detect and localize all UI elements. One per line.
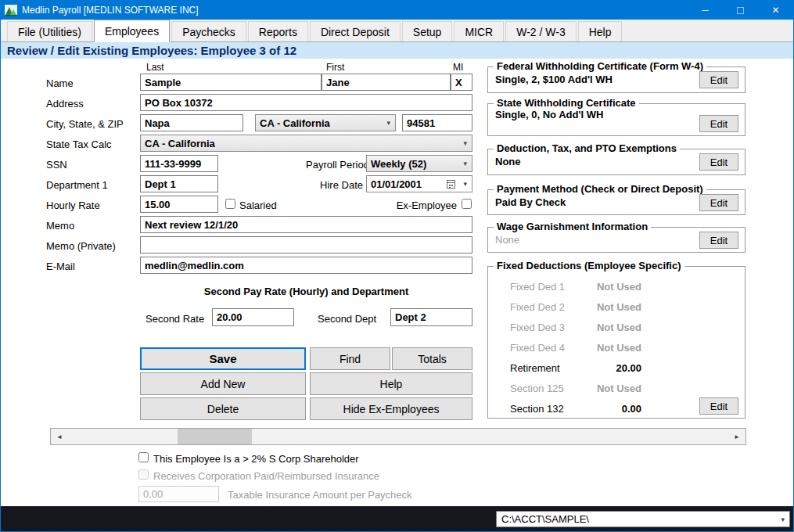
fixed-deduction-row: Fixed Ded 1 Not Used [510, 281, 641, 293]
s-corp-shareholder-label[interactable]: This Employee Is a > 2% S Corp Sharehold… [153, 453, 359, 465]
insurance-amount-label: Taxable Insurance Amount per Paycheck [228, 489, 412, 501]
minimize-icon: ─ [702, 5, 709, 16]
federal-withholding-value: Single, 2, $100 Add'l WH [495, 74, 613, 85]
tab-help[interactable]: Help [578, 21, 623, 41]
payroll-period-value: Weekly (52) [371, 158, 426, 170]
horizontal-scrollbar[interactable]: ◄ ► [50, 428, 746, 445]
second-rate-label: Second Rate [146, 313, 204, 325]
address-input[interactable] [140, 94, 472, 111]
tab-micr[interactable]: MICR [454, 21, 504, 41]
tab-file-utilities[interactable]: File (Utilities) [7, 21, 92, 41]
federal-withholding-edit-button[interactable]: Edit [699, 71, 738, 88]
middle-initial-input[interactable] [451, 74, 472, 91]
ssn-input[interactable] [140, 155, 218, 172]
state-withholding-group: State Withholding Certificate Single, 0,… [487, 103, 745, 136]
fixed-ded-2-label: Fixed Ded 2 [510, 301, 565, 313]
chevron-down-icon: ▾ [386, 119, 390, 127]
save-button[interactable]: Save [140, 347, 306, 370]
app-window: Medlin Payroll [MEDLIN SOFTWARE INC] ─ ✕… [0, 0, 794, 532]
second-dept-label: Second Dept [318, 313, 376, 325]
hire-date-input[interactable]: 01/01/2001 ▾ [366, 175, 472, 192]
scrollbar-track[interactable] [68, 429, 728, 444]
hourly-rate-input[interactable] [140, 196, 218, 213]
last-name-input[interactable] [140, 74, 322, 91]
name-label: Name [46, 77, 74, 89]
app-icon [5, 4, 17, 16]
page-title: Review / Edit Existing Employees: Employ… [7, 44, 296, 57]
state-withholding-edit-button[interactable]: Edit [699, 115, 738, 132]
fixed-deductions-group: Fixed Deductions (Employee Specific) Fix… [487, 266, 745, 419]
email-input[interactable] [140, 257, 472, 274]
state-withholding-value: Single, 0, No Add'l WH [495, 109, 603, 120]
city-state-zip-label: City, State, & ZIP [46, 118, 124, 130]
state-tax-calc-value: CA - California [145, 138, 215, 149]
state-withholding-title: State Withholding Certificate [494, 97, 639, 109]
scrollbar-thumb[interactable] [178, 429, 252, 444]
calendar-icon [447, 180, 455, 189]
first-name-input[interactable] [322, 74, 451, 91]
exemptions-title: Deduction, Tax, and PTO Exemptions [494, 142, 680, 154]
maximize-icon [737, 7, 744, 14]
tab-bar: File (Utilities) Employees Paychecks Rep… [1, 20, 793, 42]
help-button[interactable]: Help [310, 372, 472, 395]
fixed-deduction-row: Fixed Ded 3 Not Used [510, 322, 641, 333]
scroll-right-arrow-icon[interactable]: ► [728, 429, 745, 444]
zip-input[interactable] [402, 114, 472, 131]
fixed-deduction-row: Section 125 Not Used [510, 383, 641, 394]
titlebar: Medlin Payroll [MEDLIN SOFTWARE INC] ─ ✕ [1, 1, 793, 20]
last-column-label: Last [146, 62, 164, 73]
totals-button[interactable]: Totals [392, 347, 472, 370]
tab-setup[interactable]: Setup [402, 21, 453, 41]
data-path-combobox[interactable]: C:\ACCT\SAMPLE\ ▾ [496, 511, 790, 527]
maximize-button[interactable] [723, 1, 758, 20]
ex-employee-label[interactable]: Ex-Employee [392, 200, 457, 211]
tab-w2-w3[interactable]: W-2 / W-3 [505, 21, 577, 41]
payment-method-edit-button[interactable]: Edit [699, 194, 738, 211]
close-button[interactable]: ✕ [758, 1, 793, 20]
tab-employees[interactable]: Employees [94, 20, 170, 42]
hourly-rate-label: Hourly Rate [46, 200, 100, 211]
hide-ex-employees-button[interactable]: Hide Ex-Employees [310, 397, 472, 420]
exemptions-edit-button[interactable]: Edit [699, 153, 738, 171]
chevron-down-icon: ▾ [463, 139, 467, 147]
tab-paychecks[interactable]: Paychecks [171, 21, 246, 41]
city-input[interactable] [140, 114, 243, 131]
department1-input[interactable] [140, 175, 218, 192]
memo-input[interactable] [140, 216, 472, 233]
s-corp-shareholder-checkbox[interactable] [138, 452, 149, 462]
first-column-label: First [326, 62, 344, 73]
second-dept-input[interactable] [390, 308, 472, 326]
insurance-checkbox[interactable] [138, 469, 149, 480]
salaried-checkbox[interactable] [225, 199, 235, 209]
ex-employee-checkbox[interactable] [462, 199, 472, 209]
email-label: E-Mail [46, 261, 75, 272]
minimize-button[interactable]: ─ [688, 1, 723, 20]
tab-direct-deposit[interactable]: Direct Deposit [310, 21, 401, 41]
payroll-period-dropdown[interactable]: Weekly (52) ▾ [366, 155, 472, 172]
salaried-label[interactable]: Salaried [239, 200, 277, 211]
section-132-value: 0.00 [622, 403, 641, 415]
payment-method-title: Payment Method (Check or Direct Deposit) [494, 183, 706, 195]
payment-method-value: Paid By Check [495, 196, 566, 208]
address-label: Address [46, 98, 84, 110]
insurance-amount-input[interactable] [138, 486, 219, 502]
tab-reports[interactable]: Reports [248, 21, 308, 41]
second-rate-input[interactable] [212, 308, 294, 326]
memo-private-input[interactable] [140, 236, 472, 253]
fixed-ded-3-label: Fixed Ded 3 [510, 322, 565, 333]
exemptions-group: Deduction, Tax, and PTO Exemptions None … [487, 149, 745, 175]
fixed-deductions-title: Fixed Deductions (Employee Specific) [494, 260, 684, 271]
fixed-ded-1-label: Fixed Ded 1 [510, 281, 565, 293]
scroll-left-arrow-icon[interactable]: ◄ [51, 429, 68, 444]
state-tax-calc-dropdown[interactable]: CA - California ▾ [140, 135, 472, 152]
insurance-label: Receives Corporation Paid/Reimbursed Ins… [153, 470, 379, 482]
add-new-button[interactable]: Add New [140, 372, 306, 395]
wage-garnishment-edit-button[interactable]: Edit [699, 232, 738, 249]
federal-withholding-title: Federal Withholding Certificate (Form W-… [494, 60, 706, 72]
delete-button[interactable]: Delete [140, 397, 306, 420]
state-dropdown[interactable]: CA - California ▾ [255, 114, 396, 131]
find-button[interactable]: Find [310, 347, 390, 370]
fixed-deductions-edit-button[interactable]: Edit [699, 397, 738, 415]
fixed-deduction-row: Fixed Ded 4 Not Used [510, 342, 641, 354]
page-header: Review / Edit Existing Employees: Employ… [1, 42, 793, 59]
